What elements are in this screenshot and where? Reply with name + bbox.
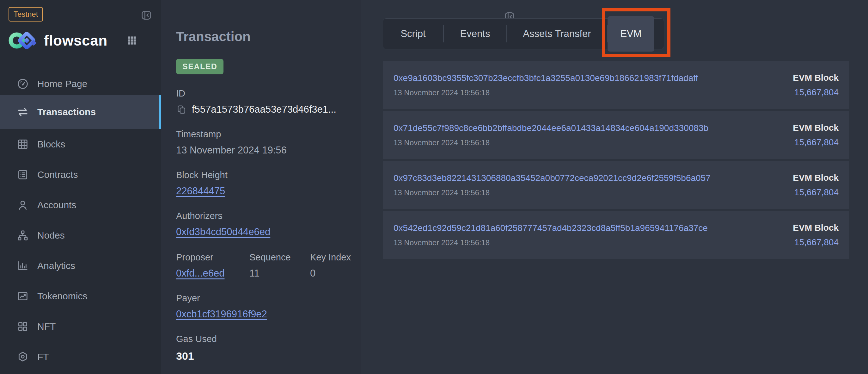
sidebar-item-transactions[interactable]: Transactions: [0, 95, 161, 129]
field-label: ID: [176, 88, 361, 99]
sidebar-item-label: NFT: [37, 321, 56, 332]
tab-script[interactable]: Script: [383, 19, 443, 49]
gauge-icon: [17, 78, 29, 90]
sidebar-item-label: Contracts: [37, 169, 78, 180]
sidebar-item-home-page[interactable]: Home Page: [0, 73, 161, 95]
evm-tx-hash-link[interactable]: 0xe9a1603bc9355fc307b23eccfb3bfc1a3255a0…: [394, 73, 698, 83]
evm-block-label: EVM Block: [793, 73, 839, 83]
field-label: Key Index: [310, 252, 351, 263]
evm-tx-timestamp: 13 November 2024 19:56:18: [394, 238, 708, 247]
field-label: Proposer: [176, 252, 249, 263]
four-squares-icon: [17, 320, 29, 333]
brand-name: flowscan: [44, 32, 107, 49]
field-timestamp: Timestamp 13 November 2024 19:56: [176, 129, 361, 156]
status-badge: SEALED: [176, 59, 223, 74]
tab-events[interactable]: Events: [444, 19, 506, 49]
swap-arrows-icon: [17, 106, 29, 118]
evm-tx-timestamp: 13 November 2024 19:56:18: [394, 188, 711, 197]
sidebar-item-analytics[interactable]: Analytics: [0, 251, 161, 281]
field-block-height: Block Height 226844475: [176, 170, 361, 197]
page-title: Transaction: [176, 29, 361, 44]
sidebar-item-label: Nodes: [37, 230, 65, 241]
field-gas-used: Gas Used 301: [176, 334, 361, 362]
evm-transaction-list: 0xe9a1603bc9355fc307b23eccfb3bfc1a3255a0…: [383, 61, 849, 261]
field-label: Block Height: [176, 170, 361, 180]
table-row[interactable]: 0x97c83d3eb8221431306880a35452a0b0772cec…: [383, 161, 849, 209]
sequence-value: 11: [249, 268, 310, 279]
testnet-badge: Testnet: [8, 7, 43, 22]
field-label: Payer: [176, 293, 361, 304]
table-row[interactable]: 0xe9a1603bc9355fc307b23eccfb3bfc1a3255a0…: [383, 61, 849, 109]
copy-icon[interactable]: [176, 104, 187, 115]
field-id: ID f557a1573b76aa53e73d46f3e1...: [176, 88, 361, 115]
sidebar-item-label: Blocks: [37, 139, 65, 150]
block-height-link[interactable]: 226844475: [176, 185, 225, 197]
field-label: Authorizers: [176, 211, 361, 221]
evm-tx-hash-link[interactable]: 0x97c83d3eb8221431306880a35452a0b0772cec…: [394, 173, 711, 183]
sidebar-item-label: Transactions: [37, 107, 96, 117]
sidebar-item-blocks[interactable]: Blocks: [0, 129, 161, 160]
proposer-link[interactable]: 0xfd...e6ed: [176, 268, 224, 279]
field-label: Sequence: [249, 252, 310, 263]
sidebar-item-nodes[interactable]: Nodes: [0, 220, 161, 251]
evm-tx-timestamp: 13 November 2024 19:56:18: [394, 88, 698, 97]
evm-block-label: EVM Block: [793, 223, 839, 233]
timestamp-value: 13 November 2024 19:56: [176, 145, 361, 156]
tab-bar: Script Events Assets Transfer EVM: [383, 18, 664, 49]
sidebar-nav: Home Page Transactions Blocks: [0, 73, 161, 372]
sidebar-item-ft[interactable]: FT: [0, 342, 161, 372]
token-cube-icon: [17, 351, 29, 363]
collapse-sidebar-icon[interactable]: [140, 9, 153, 22]
evm-block-label: EVM Block: [793, 173, 839, 183]
sidebar-item-label: Analytics: [37, 260, 75, 271]
authorizers-link[interactable]: 0xfd3b4cd50d44e6ed: [176, 226, 270, 237]
gas-used-value: 301: [176, 350, 361, 362]
table-row[interactable]: 0x71de55c7f989c8ce6bb2bffabdbe2044ee6a01…: [383, 111, 849, 159]
evm-block-label: EVM Block: [793, 123, 839, 133]
transaction-detail-panel: Transaction SEALED ID f557a1573b76aa53e7…: [161, 0, 361, 374]
field-label: Timestamp: [176, 129, 361, 140]
flowscan-logo-icon: [8, 31, 37, 50]
evm-tx-hash-link[interactable]: 0x542ed1c92d59c21d81a60f258777457ad4b232…: [394, 223, 708, 233]
person-icon: [17, 199, 29, 211]
sidebar-item-contracts[interactable]: Contracts: [0, 160, 161, 190]
sidebar-item-accounts[interactable]: Accounts: [0, 190, 161, 220]
field-payer: Payer 0xcb1cf3196916f9e2: [176, 293, 361, 320]
key-index-value: 0: [310, 268, 351, 279]
proposer-row: Proposer 0xfd...e6ed Sequence 11 Key Ind…: [176, 252, 361, 279]
sidebar-item-label: Tokenomics: [37, 291, 87, 301]
sidebar-item-label: FT: [37, 351, 49, 362]
sidebar-item-nft[interactable]: NFT: [0, 311, 161, 342]
grid-table-icon: [17, 138, 29, 151]
transaction-id-value: f557a1573b76aa53e73d46f3e1...: [192, 104, 336, 115]
evm-tx-hash-link[interactable]: 0x71de55c7f989c8ce6bb2bffabdbe2044ee6a01…: [394, 123, 708, 133]
line-chart-icon: [17, 290, 29, 303]
evm-content-area: Script Events Assets Transfer EVM 0xe9a1…: [361, 0, 868, 374]
field-authorizers: Authorizers 0xfd3b4cd50d44e6ed: [176, 211, 361, 238]
field-label: Gas Used: [176, 334, 361, 344]
sidebar-item-label: Accounts: [37, 200, 76, 210]
sidebar-item-tokenomics[interactable]: Tokenomics: [0, 281, 161, 311]
apps-grid-icon[interactable]: [126, 34, 138, 47]
evm-block-number-link[interactable]: 15,667,804: [794, 187, 839, 197]
bar-chart-icon: [17, 259, 29, 272]
payer-link[interactable]: 0xcb1cf3196916f9e2: [176, 309, 267, 320]
table-row[interactable]: 0x542ed1c92d59c21d81a60f258777457ad4b232…: [383, 211, 849, 259]
evm-tx-timestamp: 13 November 2024 19:56:18: [394, 138, 708, 147]
document-icon: [17, 168, 29, 181]
evm-block-number-link[interactable]: 15,667,804: [794, 137, 839, 147]
sidebar: Testnet flowscan: [0, 0, 161, 374]
tab-assets-transfer[interactable]: Assets Transfer: [507, 19, 607, 49]
brand[interactable]: flowscan: [8, 31, 152, 50]
evm-block-number-link[interactable]: 15,667,804: [794, 87, 839, 97]
evm-block-number-link[interactable]: 15,667,804: [794, 237, 839, 248]
tab-evm[interactable]: EVM: [608, 16, 654, 52]
hierarchy-icon: [17, 229, 29, 242]
sidebar-item-label: Home Page: [37, 79, 87, 89]
